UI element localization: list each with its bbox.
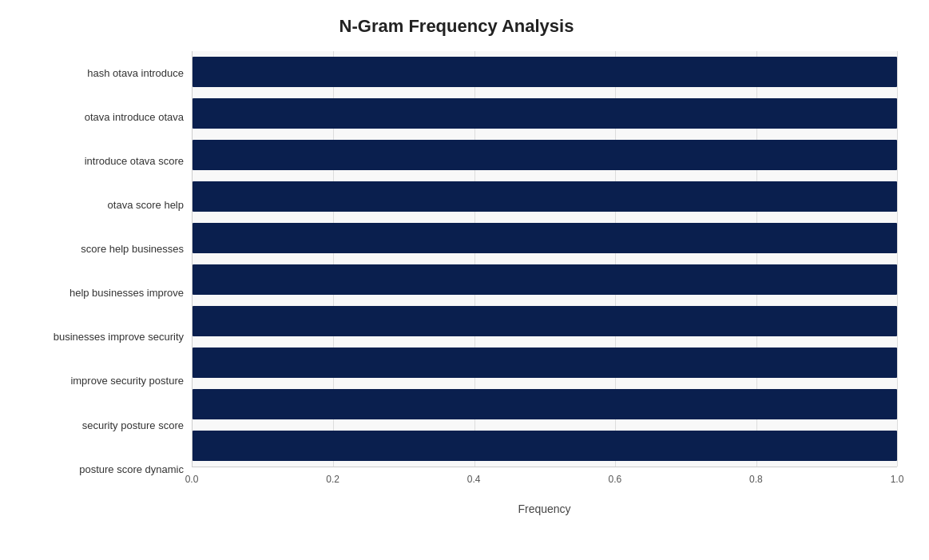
x-axis-title: Frequency xyxy=(192,502,897,515)
y-label: hash otava introduce xyxy=(16,53,184,94)
y-label: help businesses improve xyxy=(16,272,184,314)
bars-area xyxy=(192,51,897,467)
bar xyxy=(193,57,897,87)
y-label: businesses improve security xyxy=(16,316,184,358)
bar xyxy=(193,223,897,253)
bar xyxy=(193,389,897,419)
bar xyxy=(193,306,897,336)
bar-row xyxy=(193,93,897,134)
x-tick: 0.2 xyxy=(326,474,339,485)
x-tick: 1.0 xyxy=(891,474,904,485)
bar xyxy=(193,431,897,461)
bar xyxy=(193,140,897,170)
bar-row xyxy=(193,259,897,300)
x-tick: 0.8 xyxy=(749,474,763,485)
y-axis-labels: hash otava introduceotava introduce otav… xyxy=(16,51,192,515)
y-label: introduce otava score xyxy=(16,141,184,182)
bar-row xyxy=(193,217,897,259)
y-label: security posture score xyxy=(16,404,184,446)
y-label: posture score dynamic xyxy=(16,448,184,490)
y-label: otava score help xyxy=(16,185,184,226)
chart-title: N-Gram Frequency Analysis xyxy=(339,16,574,37)
y-label: otava introduce otava xyxy=(16,97,184,138)
bar xyxy=(193,348,897,378)
bar-row xyxy=(193,425,897,467)
x-axis: 0.00.20.40.60.81.0 xyxy=(192,467,897,499)
bar-row xyxy=(193,300,897,342)
bar-row xyxy=(193,383,897,425)
chart-area: hash otava introduceotava introduce otav… xyxy=(16,51,897,515)
y-label: improve security posture xyxy=(16,360,184,402)
bar-row xyxy=(193,342,897,383)
bar-row xyxy=(193,176,897,217)
grid-line xyxy=(897,51,898,467)
x-tick: 0.0 xyxy=(185,474,199,485)
x-tick: 0.6 xyxy=(608,474,621,485)
x-tick: 0.4 xyxy=(467,474,481,485)
chart-container: N-Gram Frequency Analysis hash otava int… xyxy=(0,0,929,560)
bar-row xyxy=(193,51,897,93)
bar xyxy=(193,264,897,295)
bar xyxy=(193,98,897,129)
y-label: score help businesses xyxy=(16,228,184,270)
bars-and-x: 0.00.20.40.60.81.0 Frequency xyxy=(192,51,897,515)
bar-row xyxy=(193,134,897,176)
bar xyxy=(193,181,897,212)
